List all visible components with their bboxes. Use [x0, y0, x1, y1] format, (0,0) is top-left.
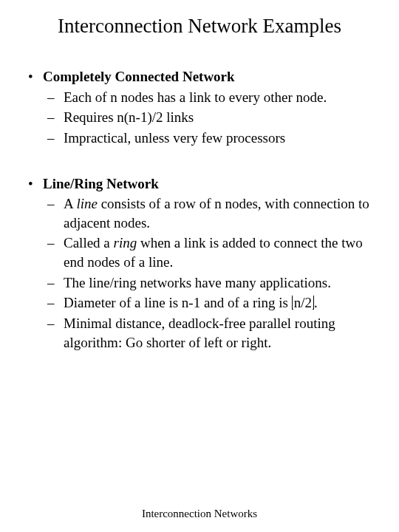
list-item: Requires n(n-1)/2 links: [43, 108, 372, 127]
section-heading: Line/Ring Network: [43, 176, 159, 191]
list-item: Called a ring when a link is added to co…: [43, 233, 372, 271]
list-item: Impractical, unless very few processors: [43, 129, 372, 148]
page-title: Interconnection Network Examples: [27, 15, 372, 38]
list-item: The line/ring networks have many applica…: [43, 273, 372, 293]
list-item: Each of n nodes has a link to every othe…: [43, 88, 372, 107]
list-item: A line consists of a row of n nodes, wit…: [43, 194, 372, 232]
sub-list: A line consists of a row of n nodes, wit…: [43, 194, 372, 352]
bullet-list: Completely Connected Network Each of n n…: [27, 67, 372, 352]
section-line-ring: Line/Ring Network A line consists of a r…: [27, 174, 372, 352]
sub-list: Each of n nodes has a link to every othe…: [43, 88, 372, 148]
section-completely-connected: Completely Connected Network Each of n n…: [27, 67, 372, 148]
slide: Interconnection Network Examples Complet…: [0, 0, 399, 532]
list-item: Diameter of a line is n-1 and of a ring …: [43, 293, 372, 313]
section-heading: Completely Connected Network: [43, 69, 235, 84]
list-item: Minimal distance, deadlock-free parallel…: [43, 314, 372, 352]
slide-footer: Interconnection Networks: [0, 508, 399, 520]
